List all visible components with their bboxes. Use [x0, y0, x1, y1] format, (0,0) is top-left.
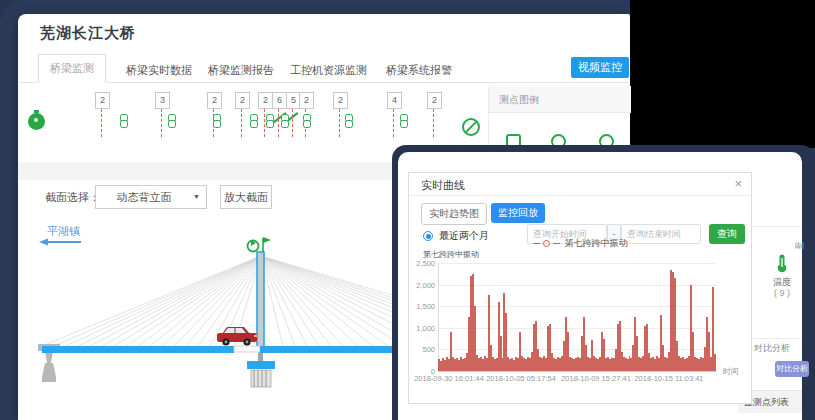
realtime-curve-dialog: 实时曲线 × 实时趋势图 监控回放 最近两个月 - 查询 第七跨跨中振动 第七跨… — [408, 172, 752, 404]
tab-realtime-trend[interactable]: 实时趋势图 — [421, 203, 487, 225]
stopwatch-icon[interactable] — [28, 113, 45, 130]
sensor-count-badge: 2 — [299, 92, 314, 109]
sensor-count-badge: 2 — [333, 92, 348, 109]
tower — [257, 252, 264, 348]
sensor-count-badge: 3 — [155, 92, 170, 109]
sensor-count-badge: 2 — [427, 92, 442, 109]
sensor-leader-dash — [264, 109, 265, 137]
dialog-title-divider — [409, 195, 751, 196]
legend-panel: 测点图例 — [488, 86, 631, 146]
deck-left — [42, 346, 234, 353]
x-axis-tick-label: 2018-09-30 16:01:44 — [411, 374, 487, 383]
tab-system-alarm[interactable]: 桥梁系统报警 — [386, 63, 452, 78]
sensor-link-icon[interactable] — [250, 114, 259, 130]
x-axis-tick-label: 2018-10-05 05:17:54 — [483, 374, 559, 383]
car — [217, 327, 257, 346]
sensor-leader-dash — [101, 109, 102, 137]
divider — [752, 338, 802, 339]
sensor-link-icon[interactable] — [266, 114, 275, 130]
legend-panel-header: 测点图例 — [489, 86, 631, 113]
y-axis-tick-label: 2,000 — [409, 281, 435, 290]
x-axis-tick-label: 2018-10-09 15:27:41 — [558, 374, 634, 383]
zoom-section-button[interactable]: 放大截面 — [220, 185, 272, 209]
page-title: 芜湖长江大桥 — [40, 24, 136, 43]
section-select-label: 截面选择： — [45, 190, 100, 205]
video-monitor-button[interactable]: 视频监控 — [571, 57, 629, 78]
legend-series-label: 第七跨跨中振动 — [565, 237, 628, 250]
deck-gap — [234, 346, 260, 352]
sensor-leader-dash — [433, 109, 434, 137]
y-axis-tick-label: 500 — [409, 345, 435, 354]
sensor-leader-dash — [241, 109, 242, 137]
sensor-link-icon[interactable] — [400, 114, 409, 130]
chevron-down-icon: ▼ — [193, 186, 200, 208]
sensor-count-badge: 2 — [235, 92, 250, 109]
compare-analysis-title: 对比分析 — [754, 342, 790, 355]
sensor-leader-dash — [161, 109, 162, 137]
legend-marker-dot — [543, 240, 550, 247]
chart-bars — [438, 263, 716, 371]
y-axis-tick-label: 1,000 — [409, 324, 435, 333]
x-axis-line — [438, 371, 717, 372]
tab-bridge-monitor[interactable]: 桥梁监测 — [38, 54, 106, 83]
sensor-leader-dash — [393, 109, 394, 137]
chart-bar — [714, 354, 716, 371]
sensor-count-badge: 2 — [207, 92, 222, 109]
dialog-title: 实时曲线 — [421, 178, 465, 193]
sensor-link-icon[interactable] — [303, 114, 312, 130]
sensor-leader-dash — [292, 109, 293, 137]
tower-top-sensor-icons — [248, 237, 272, 252]
sensor-link-icon[interactable] — [120, 114, 129, 130]
temperature-count: ( 9 ) — [766, 288, 798, 298]
sensor-link-icon[interactable] — [345, 114, 354, 130]
legend-marker-line — [533, 243, 540, 244]
sensor-link-icon[interactable] — [281, 114, 290, 130]
side-legend-header: 测点图例 — [795, 236, 808, 249]
sensor-link-icon[interactable] — [168, 114, 177, 130]
background-black-area — [630, 0, 815, 148]
sensor-count-badge: 2 — [258, 92, 273, 109]
sensor-count-badge: 6 — [272, 92, 287, 109]
sensor-link-icon[interactable] — [213, 114, 222, 130]
x-axis-tick-label: 2018-10-15 11:03:41 — [631, 374, 707, 383]
legend-panel-title: 测点图例 — [499, 93, 539, 107]
screen: 芜湖长江大桥 桥梁监测 桥梁实时数据 桥梁监测报告 工控机资源监测 桥梁系统报警… — [0, 0, 815, 420]
realtime-curve-window-body: 测点图例 温度 ( 9 ) 对比分析 对比分析 监测点列表 实时曲线 × 实时趋… — [398, 152, 802, 420]
realtime-curve-window: 测点图例 温度 ( 9 ) 对比分析 对比分析 监测点列表 实时曲线 × 实时趋… — [392, 145, 815, 420]
disabled-sensor-icon[interactable] — [462, 118, 480, 136]
sensor-count-badge: 4 — [387, 92, 402, 109]
tower-foundation — [247, 361, 275, 387]
divider — [752, 226, 802, 227]
tab-realtime-data[interactable]: 桥梁实时数据 — [126, 63, 192, 78]
compare-analysis-button[interactable]: 对比分析 — [775, 361, 809, 377]
temperature-icon[interactable] — [776, 254, 788, 273]
sensor-leader-dash — [278, 109, 279, 137]
tab-bar: 桥梁监测 桥梁实时数据 桥梁监测报告 工控机资源监测 桥梁系统报警 — [18, 54, 630, 83]
y-axis-tick-label: 1,500 — [409, 302, 435, 311]
section-select-value: 动态背立面 — [96, 186, 206, 208]
close-icon[interactable]: × — [734, 176, 742, 191]
section-select-dropdown[interactable]: 动态背立面 ▼ — [95, 185, 207, 209]
tab-monitor-playback[interactable]: 监控回放 — [491, 203, 545, 223]
legend-marker-line — [553, 243, 560, 244]
sensor-leader-dash — [339, 109, 340, 137]
x-axis-title: 时间 — [723, 366, 739, 377]
chart-plot-area — [438, 263, 716, 371]
y-axis-tick-label: 2,500 — [409, 259, 435, 268]
tab-monitor-report[interactable]: 桥梁监测报告 — [208, 63, 274, 78]
sensor-count-badge: 2 — [95, 92, 110, 109]
tab-ipc-resource-monitor[interactable]: 工控机资源监测 — [290, 63, 367, 78]
